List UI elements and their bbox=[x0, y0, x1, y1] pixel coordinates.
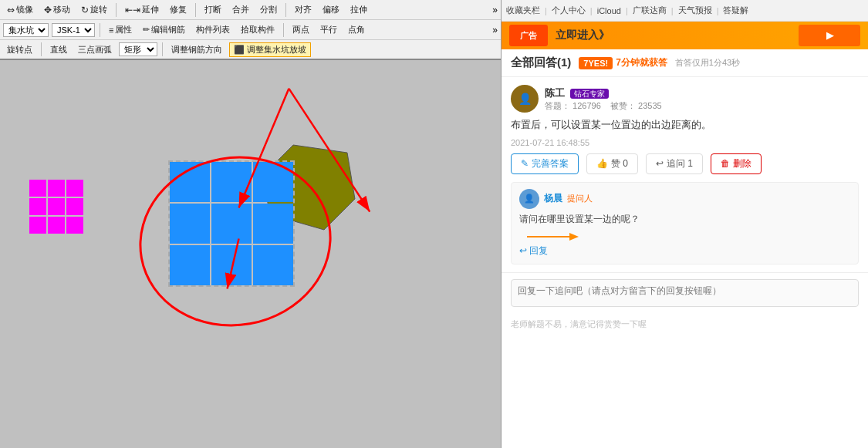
toolbar-btn-line[interactable]: 直线 bbox=[46, 42, 71, 57]
follow-icon: ↩ bbox=[656, 158, 664, 169]
comment-role: 提问人 bbox=[567, 193, 593, 204]
user-info: 陈工 钻石专家 答题： 126796 被赞： 23535 bbox=[545, 86, 662, 112]
browser-item-weather[interactable]: 天气预报 bbox=[678, 5, 712, 16]
adjust-slope-icon: ⬛ bbox=[234, 45, 245, 54]
answer-user: 👤 陈工 钻石专家 答题： 126796 被赞： 23535 bbox=[511, 85, 859, 113]
toolbar-btn-point-angle[interactable]: 点角 bbox=[344, 22, 369, 37]
component-type-select[interactable]: 集水坑 bbox=[3, 23, 49, 37]
pink-cell-8 bbox=[48, 217, 65, 234]
toolbar-btn-edit-rebar[interactable]: ✏ 编辑钢筋 bbox=[139, 22, 189, 37]
toolbar-btn-property[interactable]: ≡ 属性 bbox=[105, 22, 136, 37]
answer-header: 全部回答(1) 7YES! 7分钟就获答 首答仅用1分43秒 bbox=[502, 49, 868, 77]
blue-cell-5 bbox=[211, 204, 252, 244]
toolbar-more-btn-2[interactable]: » bbox=[492, 25, 498, 35]
blue-cell-9 bbox=[253, 245, 293, 285]
toolbar-btn-adjust-rebar-dir[interactable]: 调整钢筋方向 bbox=[167, 42, 226, 57]
toolbar-btn-stretch[interactable]: 拉伸 bbox=[346, 2, 371, 17]
toolbar-btn-split[interactable]: 分割 bbox=[256, 2, 281, 17]
edit-answer-btn[interactable]: ✎ 完善答案 bbox=[511, 153, 579, 174]
component-id-select[interactable]: JSK-1 bbox=[52, 23, 95, 37]
toolbar-btn-mirror[interactable]: ⇔ 镜像 bbox=[3, 2, 37, 17]
user-badge: 钻石专家 bbox=[570, 89, 609, 99]
answer-text: 布置后，可以设置某一位置边的出边距离的。 bbox=[511, 117, 859, 133]
blue-cell-3 bbox=[253, 162, 293, 202]
separator-5 bbox=[283, 23, 284, 37]
rotate-icon: ↻ bbox=[81, 5, 89, 15]
toolbar-btn-parallel[interactable]: 平行 bbox=[316, 22, 341, 37]
blue-cell-6 bbox=[253, 204, 293, 244]
toolbar-btn-break[interactable]: 打断 bbox=[201, 2, 225, 17]
toolbar-btn-align[interactable]: 对齐 bbox=[291, 2, 316, 17]
pink-cell-3 bbox=[66, 180, 83, 197]
separator-4 bbox=[100, 23, 100, 37]
separator-2 bbox=[195, 3, 196, 17]
toolbar-btn-offset[interactable]: 偏移 bbox=[319, 2, 343, 17]
reply-icon: ↩ bbox=[519, 245, 527, 256]
ad-side-image: ▶ bbox=[799, 25, 860, 46]
canvas-area[interactable] bbox=[0, 60, 501, 448]
delete-icon: 🗑 bbox=[721, 158, 730, 169]
reply-textarea[interactable] bbox=[511, 279, 859, 307]
follow-up-btn[interactable]: ↩ 追问 1 bbox=[646, 153, 703, 174]
toolbar-btn-rotate[interactable]: ↻ 旋转 bbox=[77, 2, 111, 17]
like-btn[interactable]: 👍 赞 0 bbox=[586, 153, 638, 174]
yes-badge-text: 7分钟就获答 bbox=[616, 56, 667, 69]
comment-name: 杨晨 bbox=[544, 192, 562, 205]
pink-cell-2 bbox=[48, 180, 65, 197]
left-panel: ⇔ 镜像 ✥ 移动 ↻ 旋转 ⇤⇥ 延伸 修复 打断 合并 分割 bbox=[0, 0, 502, 448]
user-stats: 答题： 126796 被赞： 23535 bbox=[545, 100, 662, 112]
reply-btn[interactable]: ↩ 回复 bbox=[519, 244, 548, 258]
browser-item-bookmarks[interactable]: 收藏夹栏 bbox=[506, 5, 540, 16]
toolbar-btn-arc[interactable]: 三点画弧 bbox=[74, 42, 116, 57]
toolbar-btn-repair[interactable]: 修复 bbox=[166, 2, 191, 17]
ad-image: 广告 bbox=[509, 25, 548, 46]
browser-item-profile[interactable]: 个人中心 bbox=[552, 5, 586, 16]
blue-cell-4 bbox=[170, 204, 210, 244]
toolbar-btn-two-point[interactable]: 两点 bbox=[289, 22, 313, 37]
toolbar-btn-merge[interactable]: 合并 bbox=[228, 2, 253, 17]
first-answer-time: 首答仅用1分43秒 bbox=[675, 57, 740, 69]
separator-7 bbox=[162, 42, 163, 56]
like-icon: 👍 bbox=[596, 158, 608, 169]
delete-btn[interactable]: 🗑 删除 bbox=[711, 153, 762, 174]
browser-item-gld[interactable]: 广联达商 bbox=[633, 5, 667, 16]
separator-6 bbox=[41, 42, 42, 56]
comment-arrow-svg bbox=[519, 231, 581, 243]
toolbar-btn-adjust-slope[interactable]: ⬛ 调整集水坑放坡 bbox=[229, 42, 311, 57]
bottom-note: 老师解题不易，满意记得赏赞一下喔 bbox=[502, 315, 868, 336]
extend-icon: ⇤⇥ bbox=[125, 5, 140, 15]
blue-cell-1 bbox=[170, 162, 210, 202]
browser-item-qa[interactable]: 答疑解 bbox=[723, 5, 748, 16]
comment-user: 👤 杨晨 提问人 bbox=[519, 189, 850, 209]
pink-cell-7 bbox=[29, 217, 46, 234]
toolbar-btn-pick[interactable]: 拾取构件 bbox=[237, 22, 279, 37]
ad-banner: 广告 立即进入》 ▶ bbox=[502, 22, 868, 49]
user-name: 陈工 bbox=[545, 87, 565, 99]
answer-actions: ✎ 完善答案 👍 赞 0 ↩ 追问 1 🗑 删除 bbox=[511, 153, 859, 174]
separator-1 bbox=[116, 3, 117, 17]
toolbar-row-1: ⇔ 镜像 ✥ 移动 ↻ 旋转 ⇤⇥ 延伸 修复 打断 合并 分割 bbox=[0, 0, 501, 20]
blue-cell-7 bbox=[170, 245, 210, 285]
separator-3 bbox=[285, 3, 286, 17]
shape-select[interactable]: 矩形 bbox=[119, 42, 157, 56]
toolbar-btn-move[interactable]: ✥ 移动 bbox=[40, 2, 74, 17]
property-icon: ≡ bbox=[109, 25, 113, 35]
comment-text: 请问在哪里设置某一边的呢？ bbox=[519, 212, 850, 226]
comment-avatar: 👤 bbox=[519, 189, 539, 209]
pink-cell-5 bbox=[48, 198, 65, 215]
ad-text[interactable]: 立即进入》 bbox=[556, 29, 610, 42]
move-icon: ✥ bbox=[44, 5, 52, 15]
reply-input-area bbox=[502, 273, 868, 315]
toolbar-btn-extend[interactable]: ⇤⇥ 延伸 bbox=[121, 2, 163, 17]
toolbar-btn-rotate-point[interactable]: 旋转点 bbox=[3, 42, 36, 57]
mirror-icon: ⇔ bbox=[7, 5, 15, 15]
right-panel: 收藏夹栏 | 个人中心 | iCloud | 广联达商 | 天气预报 | 答疑解… bbox=[502, 0, 868, 448]
toolbar-btn-component-list[interactable]: 构件列表 bbox=[192, 22, 234, 37]
browser-item-icloud[interactable]: iCloud bbox=[597, 6, 621, 15]
toolbar-more-btn[interactable]: » bbox=[492, 5, 498, 15]
yes-badge: 7YES! 7分钟就获答 bbox=[579, 56, 667, 69]
pink-grid bbox=[29, 180, 83, 234]
toolbar-row-3: 旋转点 直线 三点画弧 矩形 调整钢筋方向 ⬛ 调整集水坑放坡 bbox=[0, 40, 501, 60]
pink-cell-1 bbox=[29, 180, 46, 197]
blue-cell-2 bbox=[211, 162, 252, 202]
